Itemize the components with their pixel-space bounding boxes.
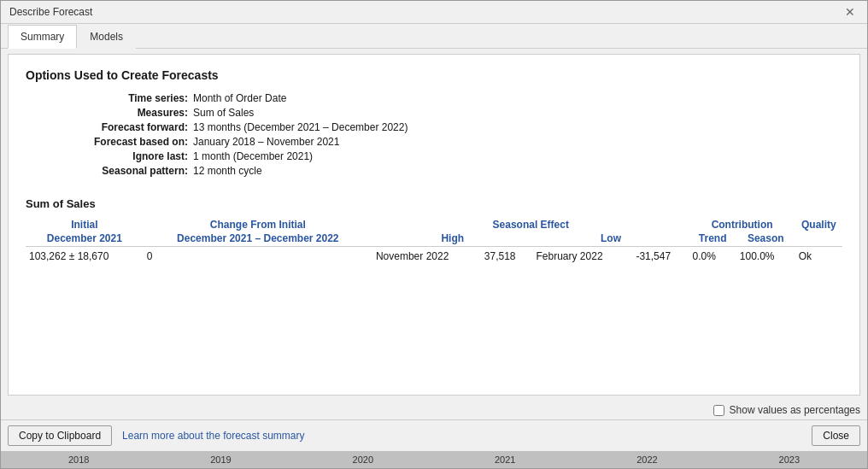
option-value-forward: 13 months (December 2021 – December 2022… [193, 121, 408, 133]
data-table: Initial Change From Initial Seasonal Eff… [26, 219, 842, 266]
col-header-season: Season [736, 231, 795, 247]
option-row-basedon: Forecast based on: January 2018 – Novemb… [51, 136, 842, 148]
main-content: Options Used to Create Forecasts Time se… [8, 54, 860, 396]
axis-year-2: 2020 [353, 454, 373, 465]
col-header-high: High [372, 231, 533, 247]
group-header-change: Change From Initial [144, 219, 372, 231]
axis-year-3: 2021 [495, 454, 515, 465]
cell-high-val: 37,518 [481, 247, 533, 267]
option-value-basedon: January 2018 – November 2021 [193, 136, 339, 148]
show-values-checkbox[interactable] [713, 405, 724, 416]
cell-low-val: -31,547 [632, 247, 689, 267]
option-row-seasonal: Seasonal pattern: 12 month cycle [51, 165, 842, 177]
data-section-title: Sum of Sales [26, 197, 842, 210]
option-label-measures: Measures: [51, 107, 188, 119]
cell-quality: Ok [795, 247, 842, 267]
dialog-title: Describe Forecast [9, 6, 92, 18]
option-label-ignore: Ignore last: [51, 150, 188, 162]
tabs-bar: Summary Models [1, 24, 867, 49]
axis-year-0: 2018 [68, 454, 89, 465]
options-section-title: Options Used to Create Forecasts [26, 68, 842, 82]
describe-forecast-dialog: Describe Forecast ✕ Summary Models Optio… [0, 0, 868, 469]
group-header-contribution: Contribution [689, 219, 795, 231]
axis-year-1: 2019 [210, 454, 231, 465]
cell-season: 100.0% [736, 247, 795, 267]
option-value-seasonal: 12 month cycle [193, 165, 262, 177]
title-bar: Describe Forecast ✕ [1, 1, 867, 24]
close-button[interactable]: Close [812, 425, 860, 446]
col-header-low: Low [533, 231, 689, 247]
group-header-initial: Initial [26, 219, 144, 231]
option-value-timeseries: Month of Order Date [193, 92, 286, 104]
option-label-basedon: Forecast based on: [51, 136, 188, 148]
show-values-bar: Show values as percentages [1, 401, 867, 419]
tab-summary[interactable]: Summary [8, 25, 77, 49]
option-label-timeseries: Time series: [51, 92, 188, 104]
cell-trend: 0.0% [689, 247, 736, 267]
cell-change: 0 [144, 247, 372, 267]
cell-high-month: November 2022 [372, 247, 481, 267]
col-header-dec2021: December 2021 [26, 231, 144, 247]
tab-models[interactable]: Models [77, 25, 136, 49]
option-label-seasonal: Seasonal pattern: [51, 165, 188, 177]
col-header-change-range: December 2021 – December 2022 [144, 231, 372, 247]
group-header-quality: Quality [795, 219, 842, 231]
show-values-label: Show values as percentages [730, 404, 860, 416]
option-label-forward: Forecast forward: [51, 121, 188, 133]
col-header-trend: Trend [689, 231, 736, 247]
table-row: 103,262 ± 18,670 0 November 2022 37,518 … [26, 247, 842, 267]
col-header-quality [795, 231, 842, 247]
option-value-ignore: 1 month (December 2021) [193, 150, 313, 162]
footer-left: Copy to Clipboard Learn more about the f… [8, 425, 305, 446]
axis-year-5: 2023 [779, 454, 800, 465]
option-row-ignore: Ignore last: 1 month (December 2021) [51, 150, 842, 162]
axis-bar: 2018 2019 2020 2021 2022 2023 [1, 451, 867, 468]
copy-to-clipboard-button[interactable]: Copy to Clipboard [8, 425, 112, 446]
close-icon-button[interactable]: ✕ [842, 6, 859, 18]
option-row-timeseries: Time series: Month of Order Date [51, 92, 842, 104]
option-row-measures: Measures: Sum of Sales [51, 107, 842, 119]
options-table: Time series: Month of Order Date Measure… [51, 92, 842, 177]
option-row-forward: Forecast forward: 13 months (December 20… [51, 121, 842, 133]
group-header-seasonal: Seasonal Effect [372, 219, 689, 231]
footer-bar: Copy to Clipboard Learn more about the f… [1, 419, 867, 451]
learn-more-link[interactable]: Learn more about the forecast summary [122, 430, 304, 442]
axis-year-4: 2022 [636, 454, 657, 465]
show-values-container: Show values as percentages [713, 404, 860, 416]
cell-initial: 103,262 ± 18,670 [26, 247, 144, 267]
cell-low-month: February 2022 [533, 247, 633, 267]
option-value-measures: Sum of Sales [193, 107, 254, 119]
